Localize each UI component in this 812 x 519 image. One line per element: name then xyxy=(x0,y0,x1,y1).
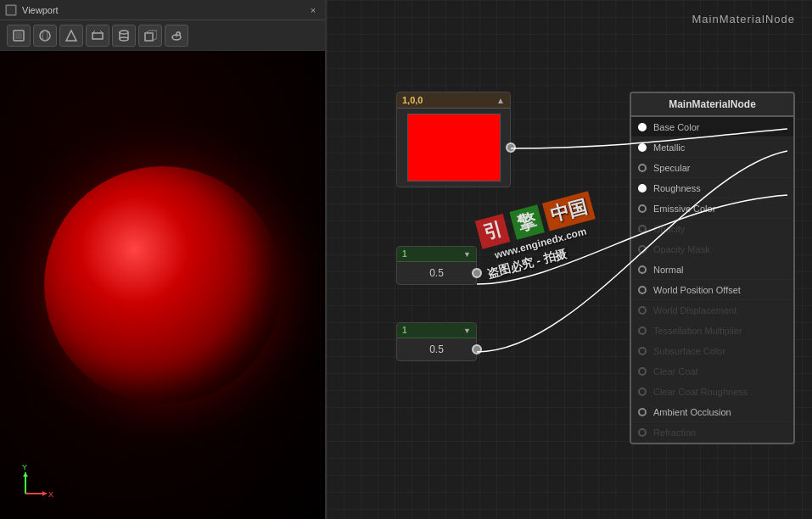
svg-rect-13 xyxy=(145,33,153,41)
mmn-pin-label-7: Normal xyxy=(653,265,785,275)
mmn-pin-row-clear-coat-roughness[interactable]: Clear Coat Roughness xyxy=(631,382,793,402)
viewport-canvas: X Y xyxy=(0,51,325,519)
mmn-pin-dot-1 xyxy=(638,143,647,152)
mmn-pin-dot-15 xyxy=(638,428,647,437)
mmn-pin-label-3: Roughness xyxy=(653,183,785,193)
mmn-pin-label-12: Clear Coat xyxy=(653,366,785,377)
mmn-pin-row-emissive-color[interactable]: Emissive Color xyxy=(631,198,793,219)
mmn-pin-label-2: Specular xyxy=(653,163,785,173)
mmn-pin-dot-12 xyxy=(638,367,647,376)
color-node-header: 1,0,0 ▲ xyxy=(397,92,510,109)
mmn-pin-label-14: Ambient Occlusion xyxy=(653,407,785,417)
svg-marker-21 xyxy=(23,472,28,477)
mmn-pin-dot-6 xyxy=(638,245,647,254)
mmn-pin-dot-5 xyxy=(638,225,647,233)
mmn-pin-row-opacity[interactable]: Opacity xyxy=(631,219,793,239)
mmn-pin-dot-10 xyxy=(638,326,647,335)
mmn-pin-row-world-displacement[interactable]: World Displacement xyxy=(631,300,793,321)
viewport-icon xyxy=(5,4,17,16)
const-node-2-output-pin[interactable] xyxy=(472,344,482,354)
constant-node-2[interactable]: 1 ▼ 0.5 xyxy=(396,322,477,361)
mmn-pin-row-roughness[interactable]: Roughness xyxy=(631,178,793,198)
color-node-title: 1,0,0 xyxy=(402,95,423,105)
axes-indicator: X Y xyxy=(17,460,59,502)
mmn-pin-dot-9 xyxy=(638,306,647,315)
svg-point-3 xyxy=(40,31,50,41)
toolbar-btn-cube[interactable] xyxy=(138,25,162,47)
toolbar-btn-triangle[interactable] xyxy=(59,25,83,47)
mmn-pin-label-4: Emissive Color xyxy=(653,204,785,214)
svg-marker-5 xyxy=(66,31,76,41)
wm-char-1: 引 xyxy=(475,214,511,249)
viewport-toolbar xyxy=(0,20,325,51)
const-node-1-body: 0.5 xyxy=(397,262,476,284)
mmn-pin-row-base-color[interactable]: Base Color xyxy=(631,117,793,137)
toolbar-btn-cylinder[interactable] xyxy=(112,25,136,47)
mmn-pin-label-11: Subsurface Color xyxy=(653,346,785,356)
const-node-1-dropdown[interactable]: ▼ xyxy=(463,250,471,259)
mmn-pin-label-8: World Position Offset xyxy=(653,285,785,295)
sphere-preview xyxy=(44,166,282,404)
const-node-2-title: 1 xyxy=(402,326,407,335)
wm-text-1: 中国 xyxy=(542,191,596,231)
mmn-title: MainMaterialNode xyxy=(640,98,785,110)
const-node-1-title: 1 xyxy=(402,249,407,259)
toolbar-btn-perspective[interactable] xyxy=(7,25,31,47)
mmn-header: MainMaterialNode xyxy=(631,93,793,117)
wm-char-2: 擎 xyxy=(509,204,545,240)
mmn-pin-row-refraction[interactable]: Refraction xyxy=(631,422,793,443)
mmn-pin-dot-4 xyxy=(638,204,647,213)
mmn-pin-label-10: Tessellation Multiplier xyxy=(653,326,785,336)
mmn-pin-row-tessellation-multiplier[interactable]: Tessellation Multiplier xyxy=(631,321,793,341)
mmn-pin-label-1: Metallic xyxy=(653,142,785,153)
svg-text:Y: Y xyxy=(22,463,27,472)
viewport-panel: Viewport × X xyxy=(0,0,327,519)
svg-rect-1 xyxy=(7,6,15,14)
mmn-pin-label-15: Refraction xyxy=(653,427,785,438)
const-node-2-dropdown[interactable]: ▼ xyxy=(463,326,471,335)
viewport-title: Viewport xyxy=(22,5,59,15)
const-node-2-value: 0.5 xyxy=(429,343,444,355)
const-node-1-output-pin[interactable] xyxy=(472,268,482,278)
mmn-pin-row-ambient-occlusion[interactable]: Ambient Occlusion xyxy=(631,402,793,422)
svg-rect-6 xyxy=(92,33,103,39)
close-button[interactable]: × xyxy=(306,3,320,17)
const-node-2-body: 0.5 xyxy=(397,338,476,360)
mmn-pin-dot-3 xyxy=(638,184,647,193)
color-node-expand-icon[interactable]: ▲ xyxy=(496,96,505,105)
color-swatch[interactable] xyxy=(407,114,501,181)
color-node-body xyxy=(397,109,510,187)
mmn-pin-row-specular[interactable]: Specular xyxy=(631,158,793,178)
color-node-output-pin[interactable] xyxy=(506,142,516,153)
svg-marker-18 xyxy=(42,491,47,496)
svg-point-9 xyxy=(120,31,128,34)
mmn-pin-row-normal[interactable]: Normal xyxy=(631,260,793,280)
svg-point-4 xyxy=(42,31,48,41)
toolbar-btn-sphere[interactable] xyxy=(33,25,57,47)
mmn-pin-dot-0 xyxy=(638,123,647,131)
mmn-pin-row-metallic[interactable]: Metallic xyxy=(631,137,793,158)
mmn-pin-row-subsurface-color[interactable]: Subsurface Color xyxy=(631,341,793,361)
material-graph-panel: MainMaterialNode 1,0,0 ▲ 1 ▼ 0.5 xyxy=(327,0,812,519)
toolbar-btn-plane[interactable] xyxy=(86,25,109,47)
mmn-pin-row-opacity-mask[interactable]: Opacity Mask xyxy=(631,239,793,260)
material-graph-title: MainMaterialNode xyxy=(692,13,796,25)
mmn-pin-dot-7 xyxy=(638,265,647,274)
watermark: 引 擎 中国 www.enginedx.com 盗图必究 - 拍摄 xyxy=(473,189,604,284)
mmn-pin-dot-8 xyxy=(638,286,647,294)
mmn-pin-label-0: Base Color xyxy=(653,122,785,132)
toolbar-btn-teapot[interactable] xyxy=(165,25,188,47)
mmn-pin-row-clear-coat[interactable]: Clear Coat xyxy=(631,361,793,382)
main-material-node: MainMaterialNode Base ColorMetallicSpecu… xyxy=(630,92,795,444)
mmn-pin-label-6: Opacity Mask xyxy=(653,244,785,254)
svg-text:X: X xyxy=(48,490,53,499)
color-constant-node[interactable]: 1,0,0 ▲ xyxy=(396,92,511,187)
const-node-1-header: 1 ▼ xyxy=(397,247,476,262)
mmn-pins-container: Base ColorMetallicSpecularRoughnessEmiss… xyxy=(631,117,793,443)
svg-point-12 xyxy=(120,37,128,41)
constant-node-1[interactable]: 1 ▼ 0.5 xyxy=(396,246,477,285)
mmn-pin-dot-13 xyxy=(638,388,647,396)
mmn-pin-row-world-position-offset[interactable]: World Position Offset xyxy=(631,280,793,300)
wm-text-3: 盗图必究 - 拍摄 xyxy=(485,247,568,282)
const-node-2-header: 1 ▼ xyxy=(397,323,476,338)
